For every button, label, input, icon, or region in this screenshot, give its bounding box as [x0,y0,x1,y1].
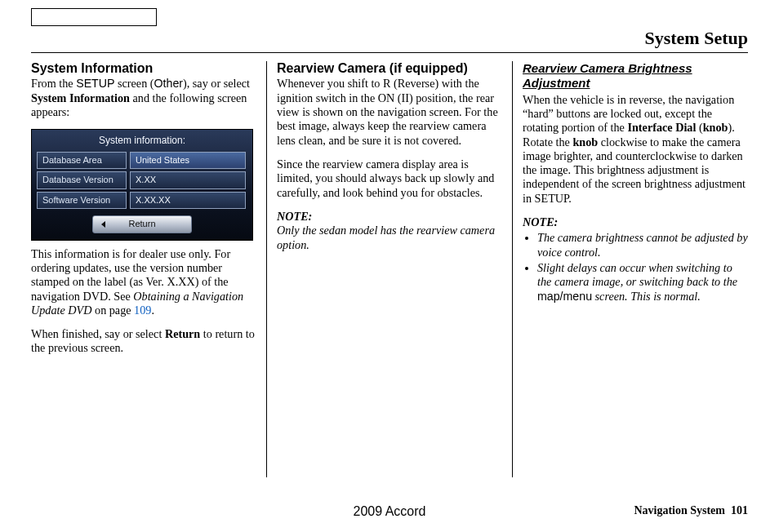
col1-heading: System Information [31,61,256,76]
knob-label: knob [703,121,728,134]
text: From the [31,77,76,90]
text: ), say or select [183,77,250,90]
return-bar: Return [37,215,247,233]
row-value: X.XX.XX [130,192,246,209]
column-2: Rearview Camera (if equipped) Whenever y… [267,61,512,477]
manual-page: System Setup System Information From the… [0,0,779,532]
col1-dealer-note: This information is for dealer use only.… [31,247,256,318]
col2-note: NOTE: Only the sedan model has the rearv… [277,210,502,252]
col2-heading: Rearview Camera (if equipped) [277,61,502,76]
col2-p2: Since the rearview camera display area i… [277,157,502,200]
row-value: X.XX [130,171,246,188]
system-information-label: System Information [31,91,130,104]
text: Slight delays can occur when switching t… [537,261,737,288]
map-menu-label: map/menu [537,290,592,303]
column-3: Rearview Camera Brightness Adjustment Wh… [513,61,748,477]
text: screen. This is normal. [592,290,701,303]
text: . [151,304,154,317]
col1-intro: From the SETUP screen (Other), say or se… [31,77,256,119]
row-label: Software Version [37,192,127,209]
interface-dial-label: Interface Dial [627,121,696,134]
row-label: Database Area [37,152,127,169]
system-info-screenshot: System information: Database Area United… [31,129,253,240]
knob-label: knob [572,135,598,149]
screenshot-row: Database Version X.XX [37,171,247,188]
row-label: Database Version [37,171,127,188]
row-value: United States [130,152,246,169]
note-list: The camera brightness cannot be adjusted… [523,231,748,304]
page-footer: 2009 Accord Navigation System 101 [31,504,748,517]
col3-note: NOTE: The camera brightness cannot be ad… [523,215,748,304]
column-1: System Information From the SETUP screen… [31,61,266,477]
date-stamp-box [31,8,157,26]
col1-finish: When finished, say or select Return to r… [31,327,256,356]
text: ( [696,121,702,134]
col2-p1: Whenever you shift to R (Reverse) with t… [277,77,502,148]
page-title: System Setup [31,28,748,49]
text: screen ( [114,77,154,90]
return-button-image: Return [92,215,192,233]
title-rule [31,52,748,53]
note-label: NOTE: [523,215,558,228]
screenshot-row: Database Area United States [37,152,247,169]
col3-heading: Rearview Camera Brightness Adjustment [523,61,748,91]
screenshot-title: System information: [37,135,247,147]
note-item: Slight delays can occur when switching t… [537,261,748,304]
other-label: Other [154,77,183,90]
page-link[interactable]: 109 [134,304,151,317]
text: When finished, say or select [31,327,165,340]
note-label: NOTE: [277,210,312,223]
note-body: Only the sedan model has the rearview ca… [277,224,495,250]
heading-text: Rearview Camera (if equipped) [277,61,468,75]
col3-body: When the vehicle is in reverse, the navi… [523,93,748,206]
screenshot-row: Software Version X.XX.XX [37,192,247,209]
setup-label: SETUP [76,77,114,90]
note-item: The camera brightness cannot be adjusted… [537,231,748,259]
content-columns: System Information From the SETUP screen… [31,61,748,477]
text: on page [91,304,134,317]
return-label: Return [165,327,200,340]
footer-center: 2009 Accord [31,504,748,519]
